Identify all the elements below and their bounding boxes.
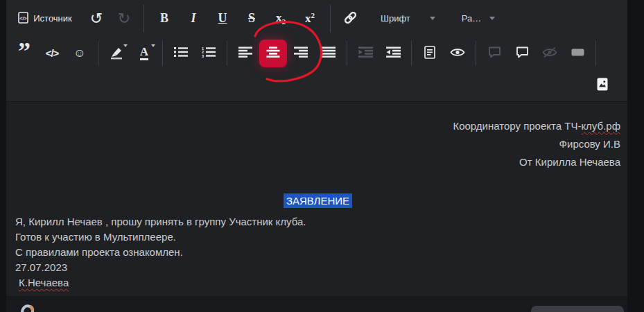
chevron-down-icon [430, 17, 435, 20]
redo-button[interactable]: ↻ [110, 5, 138, 33]
align-justify-icon [322, 46, 336, 60]
link-button[interactable] [336, 5, 364, 33]
redo-icon: ↻ [118, 11, 130, 26]
align-right-icon [294, 46, 308, 60]
toolbar-row-2: ” </> ☺ A 123 [6, 37, 627, 69]
align-justify-button[interactable] [315, 40, 342, 67]
superscript-icon: x2 [305, 11, 315, 26]
body-line-signature[interactable]: К.Нечаева [15, 275, 620, 291]
emoji-icon: ☺ [73, 46, 85, 60]
svg-text:</>: </> [20, 15, 27, 20]
italic-button[interactable]: I [179, 5, 208, 33]
blockquote-button[interactable]: ” [10, 40, 38, 67]
hide-eye-icon-disabled [542, 46, 557, 60]
outdent-button[interactable] [351, 40, 379, 67]
insert-image-button[interactable] [589, 71, 616, 99]
block-icon [571, 48, 584, 58]
text-color-icon: A [140, 46, 148, 60]
underline-icon: U [218, 11, 227, 26]
strikethrough-icon: S [248, 11, 255, 26]
strikethrough-button[interactable]: S [237, 5, 266, 33]
preview-button[interactable] [444, 40, 471, 67]
numbered-list-button[interactable]: 123 [195, 40, 223, 67]
source-button[interactable]: </> Источник [15, 5, 76, 33]
toolbar-separator [162, 41, 163, 66]
comment-icon [516, 46, 529, 60]
recipient-block[interactable]: Координатору проекта ТЧ-клуб.рф Фирсову … [15, 117, 620, 171]
recipient-line-3[interactable]: От Кирилла Нечаева [15, 153, 620, 171]
selected-title-text: ЗАЯВЛЕНИЕ [284, 193, 352, 208]
toolbar-separator [227, 41, 227, 66]
font-dropdown-label: Шрифт [381, 13, 410, 24]
toolbar-separator [347, 41, 347, 66]
align-left-icon [238, 46, 252, 60]
editor-page: { "colors": { "accent_red": "#c90d33", "… [0, 0, 644, 312]
size-dropdown[interactable]: Ра… [458, 5, 499, 33]
recipient-line-1[interactable]: Координатору проекта ТЧ-клуб.рф [15, 117, 620, 135]
code-icon: </> [46, 47, 59, 59]
body-line-1[interactable]: Я, Кирилл Нечаев , прошу принять в групп… [15, 214, 620, 229]
bold-icon: B [160, 11, 168, 26]
indent-button[interactable] [379, 40, 407, 67]
highlight-button[interactable] [103, 40, 130, 67]
chevron-down-icon [151, 44, 155, 47]
comment-button-disabled[interactable] [480, 40, 508, 67]
undo-button[interactable]: ↺ [82, 5, 110, 33]
comment-button[interactable] [508, 40, 536, 67]
document-body[interactable]: Я, Кирилл Нечаев , прошу принять в групп… [15, 214, 620, 291]
editor-content[interactable]: Координатору проекта ТЧ-клуб.рф Фирсову … [6, 102, 627, 296]
hide-button-disabled[interactable] [536, 40, 564, 67]
site-logo [19, 304, 37, 312]
italic-icon: I [191, 11, 195, 26]
align-center-icon [266, 46, 280, 60]
comment-icon-disabled [488, 46, 501, 60]
link-icon [344, 11, 357, 26]
toolbar-separator [595, 41, 596, 66]
blockquote-icon: ” [18, 51, 31, 64]
emoji-button[interactable]: ☺ [66, 40, 94, 67]
bold-button[interactable]: B [150, 5, 179, 33]
chevron-down-icon [123, 44, 128, 47]
subscript-icon: x2 [276, 11, 286, 26]
outdent-icon [358, 46, 373, 60]
toolbar-row-1: </> Источник ↺ ↻ B I U S x2 x2 [6, 0, 627, 37]
toolbar-separator [330, 5, 331, 33]
font-dropdown[interactable]: Шрифт [376, 5, 440, 33]
preview-eye-icon [450, 47, 465, 60]
toolbar-separator [143, 5, 144, 33]
page-properties-button[interactable] [416, 40, 444, 67]
chevron-down-icon [489, 17, 495, 20]
body-line-2[interactable]: Готов к участию в Мультиплеере. [15, 229, 620, 245]
align-left-button[interactable] [232, 40, 259, 67]
text-color-button[interactable]: A [130, 40, 158, 67]
highlight-brush-icon [110, 45, 123, 62]
undo-icon: ↺ [90, 11, 103, 26]
align-right-button[interactable] [287, 40, 315, 67]
underline-button[interactable]: U [208, 5, 237, 33]
subscript-button[interactable]: x2 [266, 5, 295, 33]
editor-panel: </> Источник ↺ ↻ B I U S x2 x2 [6, 0, 627, 312]
source-icon: </> [18, 12, 28, 26]
bulleted-list-icon [174, 46, 188, 60]
bulleted-list-button[interactable] [167, 40, 195, 67]
insert-image-icon [597, 78, 608, 93]
toolbar-row-3 [6, 69, 627, 102]
body-line-3[interactable]: С правилами проекта ознакомлен. [15, 245, 620, 260]
superscript-button[interactable]: x2 [295, 5, 324, 33]
align-center-button[interactable] [259, 40, 287, 67]
page-icon [424, 46, 435, 61]
indent-icon [386, 46, 401, 60]
toolbar-separator [98, 41, 98, 66]
footer-action-button[interactable] [531, 306, 624, 312]
document-title-line[interactable]: ЗАЯВЛЕНИЕ [15, 193, 620, 209]
misspelled-signature: К.Нечаева [19, 277, 69, 288]
toolbar-separator [476, 41, 476, 66]
body-line-date[interactable]: 27.07.2023 [15, 260, 620, 275]
numbered-list-icon: 123 [202, 46, 216, 60]
code-button[interactable]: </> [38, 40, 66, 67]
source-button-label: Источник [33, 13, 72, 24]
block-button[interactable] [564, 40, 591, 67]
misspelled-word: клуб.рф [581, 120, 620, 132]
recipient-line-2[interactable]: Фирсову И.В [15, 135, 620, 153]
size-dropdown-label: Ра… [462, 13, 481, 24]
